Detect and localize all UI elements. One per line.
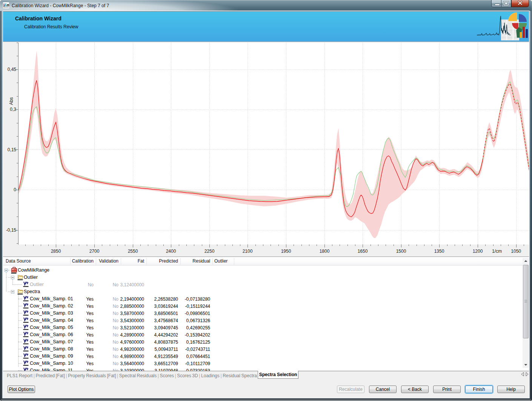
svg-text:0,45: 0,45: [8, 67, 17, 72]
svg-text:Abs: Abs: [9, 97, 14, 105]
svg-text:1350: 1350: [434, 249, 444, 254]
svg-text:1800: 1800: [320, 249, 330, 254]
svg-text:1500: 1500: [396, 249, 406, 254]
svg-text:1050: 1050: [511, 249, 521, 254]
svg-text:0: 0: [14, 187, 16, 192]
svg-text:0,3: 0,3: [10, 107, 16, 112]
svg-text:2400: 2400: [166, 249, 176, 254]
svg-text:2250: 2250: [204, 249, 215, 254]
svg-text:2100: 2100: [243, 249, 253, 254]
svg-text:1650: 1650: [358, 249, 368, 254]
svg-text:0,15: 0,15: [8, 147, 17, 152]
svg-text:1/cm: 1/cm: [492, 249, 502, 254]
svg-text:2700: 2700: [89, 249, 100, 254]
svg-text:2850: 2850: [51, 249, 61, 254]
svg-text:1200: 1200: [473, 249, 483, 254]
svg-text:2550: 2550: [128, 249, 138, 254]
svg-text:1950: 1950: [281, 249, 291, 254]
svg-text:-0,15: -0,15: [6, 227, 17, 233]
